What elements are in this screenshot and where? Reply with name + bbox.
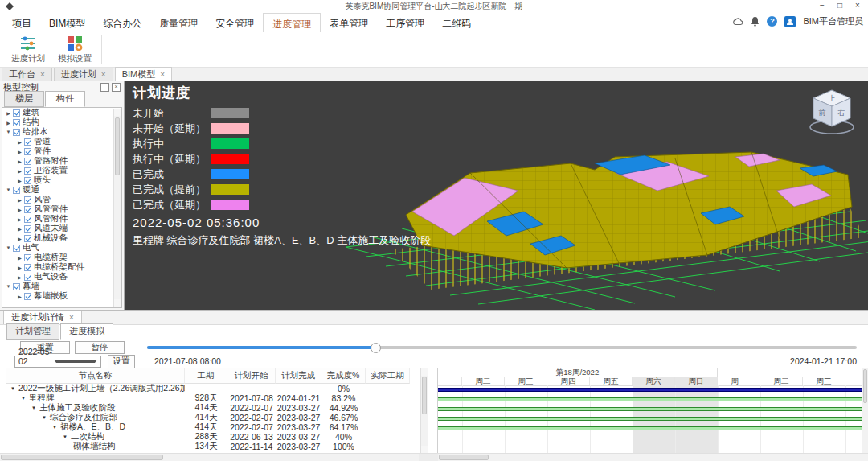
doc-tab-进度计划[interactable]: 进度计划× [54, 68, 113, 81]
simulation-settings-button[interactable]: 模拟设置 [51, 34, 98, 66]
table-header-cell[interactable]: 节点名称 [6, 368, 185, 384]
caret-collapsed-icon[interactable]: ▶ [16, 265, 23, 270]
tree-item[interactable]: ▶幕墙嵌板 [2, 291, 121, 301]
gantt-row[interactable] [438, 405, 862, 414]
table-row[interactable]: ▼综合诊疗及住院部414天2022-02-072023-03-2746.67% [6, 413, 419, 422]
caret-collapsed-icon[interactable]: ▶ [16, 226, 23, 232]
model-panel-tab-楼层[interactable]: 楼层 [4, 91, 44, 107]
scroll-down-button[interactable] [114, 299, 121, 307]
tree-checkbox[interactable] [24, 254, 31, 261]
tree-checkbox[interactable] [24, 177, 31, 184]
tree-checkbox[interactable] [24, 225, 31, 233]
caret-collapsed-icon[interactable]: ▶ [16, 207, 23, 212]
menu-item-4[interactable]: 质量管理 [150, 13, 207, 32]
scroll-up-button[interactable] [114, 109, 121, 116]
menu-item-7[interactable]: 表单管理 [321, 13, 377, 32]
model-panel-tab-构件[interactable]: 构件 [45, 91, 85, 107]
caret-collapsed-icon[interactable]: ▶ [16, 274, 23, 280]
gantt-horizontal-scrollbar[interactable] [438, 453, 868, 461]
table-header-cell[interactable]: 计划开始 [227, 368, 276, 384]
table-header-cell[interactable]: 实际工期 [366, 368, 410, 384]
avatar[interactable] [784, 16, 796, 27]
tree-checkbox[interactable] [13, 187, 20, 194]
caret-collapsed-icon[interactable]: ▶ [16, 197, 23, 203]
cube-face-top[interactable]: 上 [829, 94, 836, 102]
cube-face-right[interactable]: 右 [837, 109, 845, 117]
gantt-row[interactable] [438, 414, 862, 424]
table-row[interactable]: ▼主体施工及验收阶段414天2022-02-072023-03-2744.92% [6, 403, 419, 413]
gantt-row[interactable] [438, 443, 862, 453]
tree-checkbox[interactable] [24, 196, 31, 204]
schedule-detail-tab[interactable]: 进度计划详情 × [3, 311, 82, 324]
caret-expanded-icon[interactable]: ▼ [52, 425, 57, 430]
tree-checkbox[interactable] [24, 293, 31, 300]
tree-item[interactable]: ▶结构 [2, 117, 121, 127]
gantt-bar-plan[interactable] [438, 388, 862, 392]
caret-collapsed-icon[interactable]: ▶ [16, 255, 23, 261]
tree-checkbox[interactable] [13, 109, 20, 117]
schedule-plan-button[interactable]: 进度计划 [5, 34, 51, 66]
menu-item-1[interactable]: 项目 [3, 13, 40, 32]
table-row[interactable]: ▼二次结构288天2022-06-132023-03-2740% [6, 432, 419, 442]
caret-collapsed-icon[interactable]: ▶ [5, 110, 12, 116]
datetime-combobox[interactable]: 2022-05-02 12:48:00 [14, 356, 101, 368]
close-icon[interactable]: × [160, 71, 165, 78]
table-row[interactable]: ▼2022一级施工计划上墙（2.26调版式用2.26加前期）0% [6, 384, 419, 393]
maximize-button[interactable]: □ [831, 0, 849, 12]
table-header-cell[interactable]: 完成度% [321, 368, 366, 384]
bell-icon[interactable] [751, 16, 760, 27]
gantt-bar-progress[interactable] [438, 426, 862, 430]
close-icon[interactable]: × [69, 314, 74, 321]
minimize-button[interactable]: − [813, 0, 831, 12]
menu-item-9[interactable]: 二维码 [433, 13, 480, 32]
tree-checkbox[interactable] [13, 245, 20, 252]
tree-checkbox[interactable] [13, 119, 20, 126]
tree-scrollbar[interactable] [113, 109, 121, 307]
table-header-cell[interactable]: 计划完成 [276, 368, 321, 384]
tree-checkbox[interactable] [24, 235, 31, 242]
caret-collapsed-icon[interactable]: ▶ [16, 236, 23, 241]
time-slider[interactable] [147, 346, 857, 349]
caret-collapsed-icon[interactable]: ▶ [16, 158, 23, 164]
tree-item[interactable]: ▼给排水 [2, 127, 121, 137]
gantt-vertical-scrollbar[interactable] [862, 368, 868, 453]
menu-item-3[interactable]: 综合办公 [94, 13, 150, 32]
caret-collapsed-icon[interactable]: ▶ [16, 294, 23, 299]
tree-checkbox[interactable] [24, 216, 31, 223]
tree-checkbox[interactable] [24, 274, 31, 281]
caret-expanded-icon[interactable]: ▼ [5, 187, 12, 192]
tree-checkbox[interactable] [24, 167, 31, 175]
tree-item[interactable]: ▶卫浴装置 [2, 166, 121, 175]
menu-item-2[interactable]: BIM模型 [40, 13, 94, 32]
gantt-row[interactable] [438, 434, 862, 443]
gantt-row[interactable] [438, 385, 862, 395]
tree-item[interactable]: ▶机械设备 [2, 233, 121, 243]
doc-tab-工作台[interactable]: 工作台× [2, 68, 52, 81]
caret-expanded-icon[interactable]: ▼ [5, 284, 12, 289]
pause-button[interactable]: 暂停 [75, 341, 125, 354]
close-button[interactable]: × [849, 0, 866, 12]
menu-item-6[interactable]: 进度管理 [263, 13, 321, 32]
cloud-icon[interactable] [732, 17, 743, 26]
caret-expanded-icon[interactable]: ▼ [10, 386, 15, 391]
tree-checkbox[interactable] [24, 158, 31, 165]
table-header-cell[interactable]: 工期 [185, 368, 227, 384]
tree-checkbox[interactable] [13, 129, 20, 136]
table-horizontal-scrollbar[interactable] [0, 453, 419, 461]
caret-expanded-icon[interactable]: ▼ [31, 405, 36, 410]
slider-thumb[interactable] [371, 343, 381, 353]
close-icon[interactable]: × [101, 71, 106, 78]
gantt-bar-progress[interactable] [438, 397, 862, 401]
caret-collapsed-icon[interactable]: ▶ [16, 168, 23, 174]
caret-expanded-icon[interactable]: ▼ [5, 245, 12, 250]
caret-collapsed-icon[interactable]: ▶ [5, 120, 12, 126]
menu-item-8[interactable]: 工序管理 [377, 13, 433, 32]
close-panel-icon[interactable]: × [112, 83, 121, 92]
tree-checkbox[interactable] [24, 148, 31, 155]
menu-item-5[interactable]: 安全管理 [207, 13, 263, 32]
panel-splitter[interactable] [419, 368, 438, 453]
doc-tab-BIM模型[interactable]: BIM模型× [115, 67, 172, 81]
tree-item[interactable]: ▼暖通 [2, 185, 121, 195]
gantt-bar-progress[interactable] [438, 417, 862, 421]
table-row[interactable]: ▼里程牌928天2021-07-082024-01-2183.2% [6, 393, 419, 403]
